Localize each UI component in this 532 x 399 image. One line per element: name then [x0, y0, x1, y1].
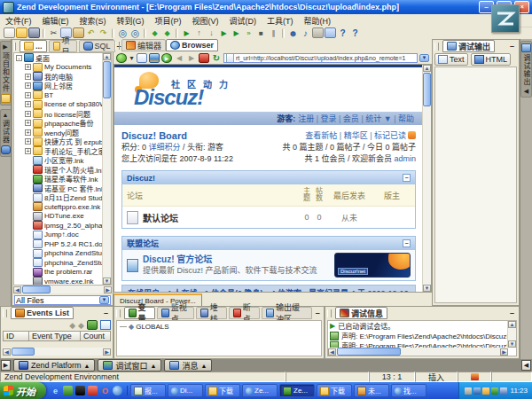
- dock-tab-debug-output[interactable]: 调试输出 ◀: [520, 41, 532, 98]
- taskbar-task-button[interactable]: 下载: [205, 384, 240, 397]
- tab-project[interactable]: 项目: [49, 40, 77, 52]
- forum-name-link[interactable]: 默认论坛: [143, 211, 301, 224]
- tree-item[interactable]: HDTune.exe: [14, 212, 103, 222]
- tree-expander[interactable]: +: [25, 148, 31, 154]
- board-title-link[interactable]: Discuz! Board: [121, 130, 233, 142]
- toolbar-icon[interactable]: ▶: [218, 27, 230, 38]
- collapse-left-icon[interactable]: ◀: [524, 88, 528, 95]
- panel-minimize-button[interactable]: –: [101, 309, 111, 317]
- tree-item[interactable]: - 桌面: [14, 53, 103, 63]
- toolbar-icon[interactable]: ◆: [161, 27, 173, 38]
- messages-horizontal-scrollbar[interactable]: ◀ ▶: [328, 348, 508, 356]
- scroll-thumb[interactable]: [103, 61, 111, 98]
- tree-item[interactable]: + 快捷方式 到 ezpubl: [14, 137, 103, 147]
- scroll-down-icon[interactable]: ▼: [423, 285, 431, 292]
- column-event-type[interactable]: Event Type: [29, 331, 81, 341]
- page-vertical-scrollbar[interactable]: ▲ ▼: [422, 65, 431, 292]
- browser-toolbar-icon[interactable]: [149, 53, 160, 63]
- tree-item[interactable]: + wendy问题: [14, 128, 103, 137]
- toolbar-icon[interactable]: [144, 28, 146, 38]
- start-button[interactable]: 开始: [0, 382, 46, 399]
- collapse-icon[interactable]: −: [403, 174, 411, 182]
- quick-launch-icon[interactable]: [63, 386, 73, 395]
- tree-expander[interactable]: +: [25, 92, 31, 98]
- collapsed-panel-tab[interactable]: 消息 ▲: [164, 359, 212, 372]
- scroll-right-icon[interactable]: ▶: [104, 286, 112, 293]
- toolbar-icon[interactable]: ◎: [117, 27, 129, 38]
- toolbar-icon[interactable]: [28, 27, 40, 38]
- tree-item[interactable]: cuteftppro.exe.lnk: [14, 202, 103, 212]
- tree-item[interactable]: the problem.rar: [14, 268, 103, 278]
- toolbar-icon[interactable]: ↑: [193, 27, 205, 38]
- tree-expander[interactable]: +: [25, 120, 31, 126]
- debug-messages-tab[interactable]: 调试信息: [335, 307, 387, 319]
- browser-toolbar-icon[interactable]: [116, 53, 127, 63]
- board-link[interactable]: 精华区: [337, 131, 367, 140]
- menu-item[interactable]: 文件(F): [0, 15, 37, 27]
- panel-minimize-button[interactable]: –: [507, 42, 517, 51]
- toolbar-icon[interactable]: [282, 28, 285, 38]
- panel-grip[interactable]: [14, 43, 16, 51]
- next-event-icon[interactable]: ◆: [78, 321, 84, 330]
- table-view-icon[interactable]: [100, 320, 111, 330]
- scroll-left-icon[interactable]: ◀: [328, 348, 336, 356]
- tree-item[interactable]: + license of sbp380W: [14, 100, 103, 110]
- tree-item[interactable]: vmware.exe.lnk: [14, 277, 103, 286]
- tab-browser[interactable]: Browser: [166, 39, 218, 51]
- tree-expander[interactable]: +: [25, 74, 31, 80]
- menu-item[interactable]: 编辑(E): [37, 15, 74, 27]
- tray-icon[interactable]: [473, 387, 481, 395]
- tree-item[interactable]: Jump↑.doc: [14, 231, 103, 240]
- panel-grip[interactable]: [116, 309, 121, 317]
- panel-grip[interactable]: [327, 309, 332, 317]
- tree-expander[interactable]: +: [25, 82, 31, 89]
- collapse-icon[interactable]: −: [403, 239, 411, 247]
- debug-output-tab[interactable]: 调试输出: [442, 40, 495, 52]
- nav-link[interactable]: 统计 ▼: [359, 114, 392, 123]
- tray-icon[interactable]: [491, 387, 498, 395]
- rss-icon[interactable]: [408, 131, 416, 139]
- tree-expander[interactable]: +: [25, 101, 31, 107]
- collapse-left-icon[interactable]: ◀: [521, 360, 531, 371]
- debug-view-tab[interactable]: 监视点: [157, 307, 194, 319]
- tree-item[interactable]: 8月11日Zend Studio: [14, 193, 103, 203]
- expand-right-icon[interactable]: ▶: [1, 360, 11, 371]
- tray-icon[interactable]: [500, 387, 507, 395]
- tree-item[interactable]: PHP 5.2.4 RC1.doc: [14, 239, 103, 249]
- tree-item[interactable]: + 网上邻居: [14, 82, 103, 91]
- prev-event-icon[interactable]: ◆: [69, 321, 75, 330]
- tree-expander[interactable]: -: [16, 55, 22, 61]
- scroll-left-icon[interactable]: ◀: [13, 286, 21, 293]
- toolbar-icon[interactable]: ■: [255, 27, 267, 38]
- scroll-right-icon[interactable]: ▶: [500, 348, 508, 356]
- scroll-up-icon[interactable]: ▲: [508, 321, 516, 328]
- scroll-down-icon[interactable]: ▼: [508, 340, 516, 348]
- tree-expander[interactable]: +: [25, 138, 31, 145]
- tree-item[interactable]: phpchina ZendStudi: [14, 249, 103, 259]
- menu-item[interactable]: 视图(V): [187, 15, 224, 27]
- menu-item[interactable]: 工具(T): [262, 15, 299, 27]
- scroll-right-icon[interactable]: ▶: [103, 348, 111, 356]
- toolbar-icon[interactable]: ?: [349, 27, 361, 38]
- toolbar-icon[interactable]: [112, 28, 114, 38]
- toolbar-icon[interactable]: [4, 27, 15, 38]
- tree-item[interactable]: + phpapache备份: [14, 119, 103, 129]
- board-link[interactable]: 查看新帖: [305, 131, 337, 140]
- tree-item[interactable]: 诺基亚 PC 套件.lnk: [14, 184, 103, 193]
- tree-item[interactable]: 瑞星个人防火墙.lnk: [14, 165, 103, 175]
- menu-item[interactable]: 转到(G): [112, 15, 150, 27]
- scroll-down-icon[interactable]: ▼: [103, 278, 111, 285]
- file-filter-dropdown[interactable]: All Files ▼: [14, 295, 111, 305]
- debug-view-tab[interactable]: 变量: [124, 307, 155, 319]
- tree-item[interactable]: + 手机论坛_手机之家: [14, 146, 103, 156]
- tree-item[interactable]: phpchina_ZendStudi: [14, 258, 103, 268]
- board-link[interactable]: 标记已读: [368, 131, 406, 140]
- nav-link[interactable]: 帮助: [392, 114, 414, 123]
- toolbar-icon[interactable]: ◆: [149, 27, 160, 38]
- tree-item[interactable]: + My Documents: [14, 63, 103, 73]
- toolbar-icon[interactable]: ▶: [181, 27, 192, 38]
- toolbar-icon[interactable]: ☻: [287, 27, 299, 38]
- toolbar-icon[interactable]: [325, 27, 336, 38]
- tree-expander[interactable]: +: [25, 64, 31, 70]
- quick-launch-icon[interactable]: O: [100, 386, 110, 395]
